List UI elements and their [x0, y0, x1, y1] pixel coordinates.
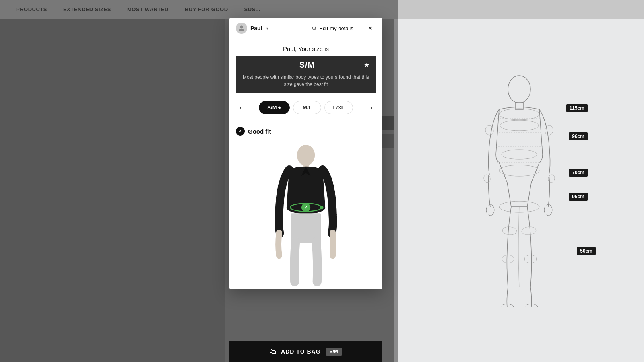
add-to-bag-bar[interactable]: 🛍 ADD TO BAG S/M — [229, 341, 382, 362]
avatar-container: ✓ — [236, 140, 376, 289]
modal-title: Paul, Your size is — [229, 39, 382, 56]
star-icon: ★ — [364, 61, 369, 69]
size-rec-description: Most people with similar body types to y… — [242, 74, 369, 88]
svg-point-5 — [499, 165, 539, 176]
size-prev-arrow[interactable]: ‹ — [236, 103, 246, 113]
measurement-waist: 70cm — [569, 169, 588, 177]
svg-point-16 — [502, 255, 514, 263]
body-model-panel: 115cm 96cm 70cm 96cm 50cm — [394, 19, 644, 362]
size-rec-header: S/M ★ — [242, 60, 369, 70]
size-recommendation-modal: Paul ▾ ⚙ Edit my details × Paul, Your si… — [229, 18, 382, 289]
avatar — [236, 23, 247, 34]
user-name: Paul — [250, 25, 262, 31]
svg-point-7 — [485, 125, 494, 136]
size-button-ml[interactable]: M/L — [293, 101, 321, 114]
size-button-lxl[interactable]: L/XL — [324, 101, 353, 114]
garment-avatar-svg: ✓ — [266, 140, 346, 289]
bag-icon: 🛍 — [270, 348, 276, 355]
gear-icon: ⚙ — [312, 25, 317, 31]
measurement-hips: 96cm — [569, 193, 588, 201]
svg-point-14 — [502, 226, 517, 235]
measurement-thigh: 50cm — [577, 247, 596, 255]
modal-header: Paul ▾ ⚙ Edit my details × — [229, 18, 382, 39]
svg-point-0 — [508, 76, 530, 103]
wireframe-body: 115cm 96cm 70cm 96cm 50cm — [475, 74, 564, 307]
user-section[interactable]: Paul ▾ — [236, 23, 300, 34]
svg-point-17 — [524, 255, 537, 263]
svg-point-24 — [240, 26, 243, 29]
close-button[interactable]: × — [365, 23, 376, 34]
size-buttons: S/M★ M/L L/XL — [249, 101, 363, 114]
size-recommendation-card: S/M ★ Most people with similar body type… — [236, 56, 376, 93]
fit-label: ✓ Good fit — [236, 127, 376, 136]
size-selector: ‹ S/M★ M/L L/XL › — [229, 98, 382, 117]
measurement-chest: 96cm — [569, 132, 588, 140]
svg-point-4 — [502, 150, 537, 159]
chevron-down-icon[interactable]: ▾ — [266, 26, 268, 31]
svg-point-15 — [521, 226, 537, 235]
fit-section: ✓ Good fit — [229, 121, 382, 289]
edit-details-link[interactable]: Edit my details — [319, 25, 353, 31]
size-next-arrow[interactable]: › — [366, 103, 376, 113]
fit-check-icon: ✓ — [236, 127, 245, 136]
svg-point-3 — [500, 120, 539, 131]
svg-point-8 — [544, 125, 554, 136]
add-to-bag-text: ADD TO BAG — [281, 348, 320, 355]
size-button-sm[interactable]: S/M★ — [259, 101, 290, 114]
recommended-size: S/M — [299, 60, 315, 70]
svg-point-10 — [547, 174, 556, 183]
fit-text: Good fit — [248, 128, 271, 135]
size-badge: S/M — [326, 348, 342, 356]
svg-point-31 — [320, 206, 323, 209]
svg-point-25 — [297, 145, 315, 166]
body-wireframe-svg — [475, 74, 564, 307]
svg-text:✓: ✓ — [304, 205, 308, 210]
edit-details-section[interactable]: ⚙ Edit my details — [300, 25, 365, 31]
svg-point-9 — [483, 174, 491, 183]
measurement-shoulders: 115cm — [566, 104, 588, 112]
